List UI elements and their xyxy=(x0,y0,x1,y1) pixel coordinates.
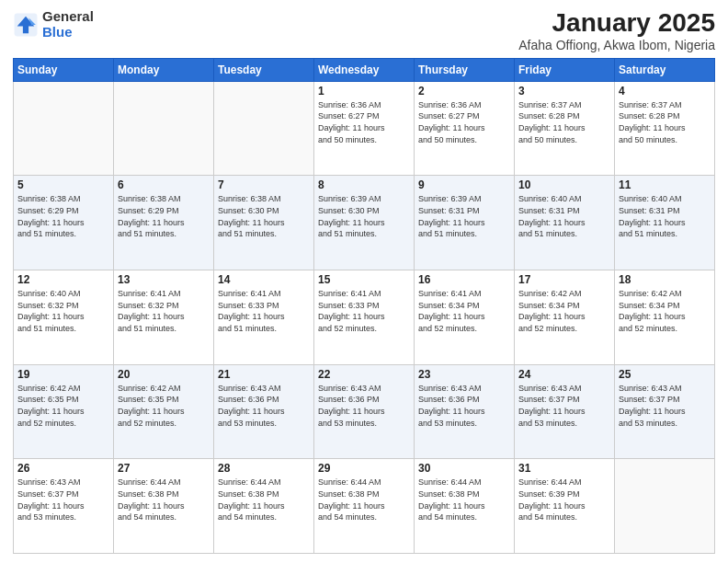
day-number: 20 xyxy=(118,368,210,381)
calendar-cell: 1Sunrise: 6:36 AM Sunset: 6:27 PM Daylig… xyxy=(314,81,415,176)
calendar-cell: 25Sunrise: 6:43 AM Sunset: 6:37 PM Dayli… xyxy=(615,364,715,459)
day-number: 30 xyxy=(418,462,510,475)
calendar-cell: 11Sunrise: 6:40 AM Sunset: 6:31 PM Dayli… xyxy=(615,176,715,270)
day-info: Sunrise: 6:40 AM Sunset: 6:31 PM Dayligh… xyxy=(619,193,711,239)
calendar-cell: 28Sunrise: 6:44 AM Sunset: 6:38 PM Dayli… xyxy=(214,459,314,554)
day-info: Sunrise: 6:41 AM Sunset: 6:33 PM Dayligh… xyxy=(318,288,410,334)
col-wednesday: Wednesday xyxy=(314,58,415,81)
calendar-cell xyxy=(615,459,715,554)
day-number: 23 xyxy=(418,368,510,381)
day-info: Sunrise: 6:43 AM Sunset: 6:37 PM Dayligh… xyxy=(518,383,610,429)
day-number: 22 xyxy=(318,368,410,381)
day-info: Sunrise: 6:37 AM Sunset: 6:28 PM Dayligh… xyxy=(518,99,610,145)
calendar-week-5: 26Sunrise: 6:43 AM Sunset: 6:37 PM Dayli… xyxy=(14,459,715,554)
day-info: Sunrise: 6:40 AM Sunset: 6:31 PM Dayligh… xyxy=(518,193,610,239)
calendar-table: Sunday Monday Tuesday Wednesday Thursday… xyxy=(13,58,715,554)
day-info: Sunrise: 6:41 AM Sunset: 6:34 PM Dayligh… xyxy=(418,288,510,334)
col-saturday: Saturday xyxy=(615,58,715,81)
calendar-cell: 30Sunrise: 6:44 AM Sunset: 6:38 PM Dayli… xyxy=(415,459,515,554)
calendar-cell: 21Sunrise: 6:43 AM Sunset: 6:36 PM Dayli… xyxy=(214,364,314,459)
day-number: 5 xyxy=(17,178,109,191)
day-number: 2 xyxy=(418,85,510,98)
day-info: Sunrise: 6:38 AM Sunset: 6:29 PM Dayligh… xyxy=(118,193,210,239)
day-info: Sunrise: 6:44 AM Sunset: 6:38 PM Dayligh… xyxy=(118,477,210,523)
page: General Blue January 2025 Afaha Offiong,… xyxy=(0,0,728,563)
calendar-cell: 3Sunrise: 6:37 AM Sunset: 6:28 PM Daylig… xyxy=(515,81,615,176)
calendar-cell: 22Sunrise: 6:43 AM Sunset: 6:36 PM Dayli… xyxy=(314,364,415,459)
day-number: 14 xyxy=(218,273,310,286)
day-info: Sunrise: 6:44 AM Sunset: 6:38 PM Dayligh… xyxy=(418,477,510,523)
day-number: 7 xyxy=(218,178,310,191)
day-info: Sunrise: 6:41 AM Sunset: 6:33 PM Dayligh… xyxy=(218,288,310,334)
logo-general-text: General xyxy=(42,9,94,25)
page-subtitle: Afaha Offiong, Akwa Ibom, Nigeria xyxy=(518,38,715,52)
calendar-cell: 18Sunrise: 6:42 AM Sunset: 6:34 PM Dayli… xyxy=(615,270,715,365)
calendar-cell: 13Sunrise: 6:41 AM Sunset: 6:32 PM Dayli… xyxy=(114,270,214,365)
calendar-cell: 7Sunrise: 6:38 AM Sunset: 6:30 PM Daylig… xyxy=(214,176,314,270)
calendar-cell: 12Sunrise: 6:40 AM Sunset: 6:32 PM Dayli… xyxy=(14,270,114,365)
day-info: Sunrise: 6:40 AM Sunset: 6:32 PM Dayligh… xyxy=(17,288,109,334)
calendar-cell: 17Sunrise: 6:42 AM Sunset: 6:34 PM Dayli… xyxy=(515,270,615,365)
day-info: Sunrise: 6:42 AM Sunset: 6:34 PM Dayligh… xyxy=(518,288,610,334)
calendar-cell: 2Sunrise: 6:36 AM Sunset: 6:27 PM Daylig… xyxy=(415,81,515,176)
day-number: 1 xyxy=(318,85,410,98)
day-number: 13 xyxy=(118,273,210,286)
col-sunday: Sunday xyxy=(14,58,114,81)
day-number: 29 xyxy=(318,462,410,475)
calendar-cell: 14Sunrise: 6:41 AM Sunset: 6:33 PM Dayli… xyxy=(214,270,314,365)
calendar-body: 1Sunrise: 6:36 AM Sunset: 6:27 PM Daylig… xyxy=(14,81,715,553)
title-block: January 2025 Afaha Offiong, Akwa Ibom, N… xyxy=(518,9,715,52)
calendar-cell: 27Sunrise: 6:44 AM Sunset: 6:38 PM Dayli… xyxy=(114,459,214,554)
day-number: 3 xyxy=(518,85,610,98)
day-info: Sunrise: 6:44 AM Sunset: 6:38 PM Dayligh… xyxy=(318,477,410,523)
calendar-cell xyxy=(114,81,214,176)
calendar-cell: 4Sunrise: 6:37 AM Sunset: 6:28 PM Daylig… xyxy=(615,81,715,176)
logo-blue-text: Blue xyxy=(42,25,94,40)
day-number: 8 xyxy=(318,178,410,191)
day-info: Sunrise: 6:37 AM Sunset: 6:28 PM Dayligh… xyxy=(619,99,711,145)
day-info: Sunrise: 6:42 AM Sunset: 6:35 PM Dayligh… xyxy=(17,383,109,429)
day-number: 15 xyxy=(318,273,410,286)
day-info: Sunrise: 6:42 AM Sunset: 6:35 PM Dayligh… xyxy=(118,383,210,429)
day-info: Sunrise: 6:36 AM Sunset: 6:27 PM Dayligh… xyxy=(318,99,410,145)
day-number: 19 xyxy=(17,368,109,381)
calendar-cell: 20Sunrise: 6:42 AM Sunset: 6:35 PM Dayli… xyxy=(114,364,214,459)
col-tuesday: Tuesday xyxy=(214,58,314,81)
day-number: 4 xyxy=(619,85,711,98)
day-number: 24 xyxy=(518,368,610,381)
calendar-cell: 23Sunrise: 6:43 AM Sunset: 6:36 PM Dayli… xyxy=(415,364,515,459)
header: General Blue January 2025 Afaha Offiong,… xyxy=(13,9,715,52)
day-number: 27 xyxy=(118,462,210,475)
day-info: Sunrise: 6:38 AM Sunset: 6:29 PM Dayligh… xyxy=(17,193,109,239)
day-info: Sunrise: 6:43 AM Sunset: 6:36 PM Dayligh… xyxy=(218,383,310,429)
day-info: Sunrise: 6:44 AM Sunset: 6:39 PM Dayligh… xyxy=(518,477,610,523)
col-thursday: Thursday xyxy=(415,58,515,81)
day-info: Sunrise: 6:43 AM Sunset: 6:36 PM Dayligh… xyxy=(418,383,510,429)
day-number: 31 xyxy=(518,462,610,475)
day-info: Sunrise: 6:41 AM Sunset: 6:32 PM Dayligh… xyxy=(118,288,210,334)
day-info: Sunrise: 6:43 AM Sunset: 6:37 PM Dayligh… xyxy=(17,477,109,523)
calendar-cell: 31Sunrise: 6:44 AM Sunset: 6:39 PM Dayli… xyxy=(515,459,615,554)
calendar-cell: 29Sunrise: 6:44 AM Sunset: 6:38 PM Dayli… xyxy=(314,459,415,554)
calendar-cell: 16Sunrise: 6:41 AM Sunset: 6:34 PM Dayli… xyxy=(415,270,515,365)
day-info: Sunrise: 6:39 AM Sunset: 6:31 PM Dayligh… xyxy=(418,193,510,239)
day-number: 18 xyxy=(619,273,711,286)
calendar-cell: 19Sunrise: 6:42 AM Sunset: 6:35 PM Dayli… xyxy=(14,364,114,459)
calendar-cell: 9Sunrise: 6:39 AM Sunset: 6:31 PM Daylig… xyxy=(415,176,515,270)
day-number: 16 xyxy=(418,273,510,286)
calendar-cell xyxy=(14,81,114,176)
col-friday: Friday xyxy=(515,58,615,81)
page-title: January 2025 xyxy=(518,9,715,38)
calendar-cell: 26Sunrise: 6:43 AM Sunset: 6:37 PM Dayli… xyxy=(14,459,114,554)
calendar-cell: 8Sunrise: 6:39 AM Sunset: 6:30 PM Daylig… xyxy=(314,176,415,270)
calendar-cell xyxy=(214,81,314,176)
day-info: Sunrise: 6:43 AM Sunset: 6:37 PM Dayligh… xyxy=(619,383,711,429)
logo-icon xyxy=(13,12,39,38)
day-number: 12 xyxy=(17,273,109,286)
day-number: 21 xyxy=(218,368,310,381)
logo-text: General Blue xyxy=(42,9,94,40)
day-info: Sunrise: 6:42 AM Sunset: 6:34 PM Dayligh… xyxy=(619,288,711,334)
calendar-cell: 6Sunrise: 6:38 AM Sunset: 6:29 PM Daylig… xyxy=(114,176,214,270)
calendar-week-3: 12Sunrise: 6:40 AM Sunset: 6:32 PM Dayli… xyxy=(14,270,715,365)
day-info: Sunrise: 6:36 AM Sunset: 6:27 PM Dayligh… xyxy=(418,99,510,145)
